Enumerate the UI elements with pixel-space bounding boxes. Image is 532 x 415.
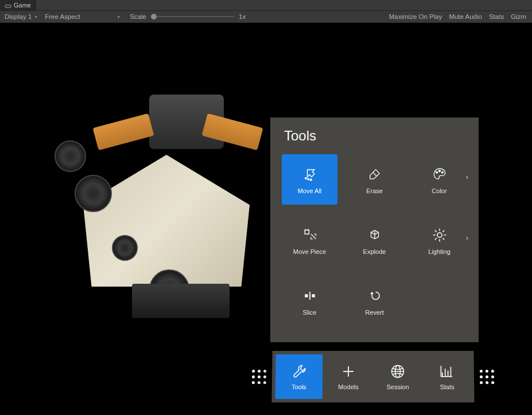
- bar-chart-icon: [438, 363, 456, 380]
- tool-revert[interactable]: Revert: [347, 276, 402, 326]
- move-piece-icon: [301, 226, 319, 244]
- tool-color[interactable]: Color ›: [411, 154, 467, 205]
- nav-models[interactable]: Models: [325, 354, 372, 399]
- scale-control: Scale 1x: [130, 13, 246, 20]
- gizmos-button[interactable]: Gizm: [507, 12, 530, 21]
- nav-stats[interactable]: Stats: [424, 354, 471, 399]
- svg-point-1: [305, 178, 306, 179]
- tool-explode[interactable]: Explode: [347, 215, 402, 265]
- svg-line-4: [372, 173, 376, 177]
- nav-label: Session: [386, 383, 409, 390]
- lighting-icon: [431, 226, 448, 244]
- unity-toolbar: Display 1 ▼ Free Aspect ▼ Scale 1x Maxim…: [0, 11, 532, 23]
- tool-move-all[interactable]: Move All: [282, 154, 337, 205]
- engine-3d-model[interactable]: [49, 86, 278, 327]
- tool-label: Move All: [298, 187, 322, 194]
- maximize-on-play-button[interactable]: Maximize On Play: [386, 12, 446, 21]
- globe-icon: [389, 363, 406, 380]
- aspect-dropdown[interactable]: Free Aspect ▼: [42, 13, 123, 21]
- tool-label: Revert: [365, 309, 383, 316]
- plus-icon: [340, 363, 357, 380]
- explode-icon: [366, 226, 383, 244]
- svg-point-6: [438, 170, 440, 172]
- engine-pulley: [112, 235, 138, 261]
- chevron-right-icon: ›: [466, 173, 468, 181]
- bottom-nav: Tools Models: [249, 351, 496, 402]
- nav-bar: Tools Models: [271, 351, 474, 402]
- scale-slider[interactable]: [151, 16, 234, 17]
- mute-audio-button[interactable]: Mute Audio: [445, 12, 486, 21]
- unity-tab-bar: Game: [0, 0, 532, 11]
- color-icon: [431, 166, 448, 183]
- engine-block: [83, 155, 250, 287]
- game-tab-label: Game: [14, 2, 31, 9]
- tool-move-piece[interactable]: Move Piece: [282, 215, 337, 265]
- tool-label: Slice: [303, 309, 317, 316]
- tool-label: Move Piece: [293, 248, 326, 255]
- display-dropdown[interactable]: Display 1 ▼: [2, 13, 40, 21]
- svg-rect-19: [312, 294, 314, 297]
- nav-label: Models: [338, 383, 359, 390]
- engine-oilpan: [132, 284, 230, 318]
- drag-handle-left[interactable]: [250, 367, 269, 386]
- engine-header-left: [93, 113, 154, 151]
- tool-label: Color: [432, 187, 446, 194]
- tools-grid: Move All Erase: [270, 150, 479, 331]
- game-viewport[interactable]: Tools Move All: [0, 23, 532, 415]
- tool-label: Erase: [366, 187, 383, 194]
- tool-slice[interactable]: Slice: [282, 276, 337, 326]
- svg-rect-18: [305, 294, 308, 297]
- engine-pulley: [55, 140, 86, 172]
- scale-value: 1x: [239, 13, 246, 20]
- stats-button[interactable]: Stats: [486, 12, 507, 21]
- tool-lighting[interactable]: Lighting ›: [411, 215, 467, 265]
- game-tab[interactable]: Game: [0, 0, 36, 10]
- scale-handle[interactable]: [151, 14, 157, 19]
- scale-label: Scale: [130, 13, 146, 20]
- svg-point-5: [436, 171, 437, 173]
- panel-title: Tools: [270, 118, 479, 150]
- tools-panel: Tools Move All: [270, 118, 479, 342]
- move-all-icon: [301, 166, 319, 183]
- svg-point-3: [310, 179, 312, 181]
- svg-line-15: [434, 238, 436, 240]
- svg-rect-0: [5, 5, 11, 8]
- slice-icon: [301, 287, 319, 304]
- tool-label: Lighting: [428, 248, 451, 255]
- revert-icon: [366, 287, 383, 304]
- erase-icon: [366, 166, 383, 183]
- nav-tools[interactable]: Tools: [275, 354, 323, 399]
- svg-point-7: [441, 171, 443, 173]
- chevron-right-icon: ›: [466, 233, 468, 242]
- svg-line-16: [442, 230, 444, 232]
- display-label: Display 1: [5, 13, 32, 20]
- nav-label: Stats: [440, 383, 455, 390]
- drag-handle-right[interactable]: [477, 367, 496, 386]
- gamepad-icon: [5, 3, 11, 7]
- svg-point-8: [437, 233, 441, 237]
- svg-line-14: [442, 238, 444, 240]
- engine-pulley: [75, 175, 112, 212]
- chevron-down-icon: ▼: [117, 15, 121, 19]
- nav-session[interactable]: Session: [374, 354, 421, 399]
- chevron-down-icon: ▼: [34, 15, 38, 19]
- nav-label: Tools: [292, 383, 306, 390]
- aspect-label: Free Aspect: [45, 13, 80, 20]
- tool-label: Explode: [363, 248, 386, 255]
- tool-erase[interactable]: Erase: [347, 154, 402, 205]
- svg-line-13: [434, 230, 436, 232]
- svg-point-2: [308, 178, 309, 180]
- wrench-icon: [290, 363, 308, 380]
